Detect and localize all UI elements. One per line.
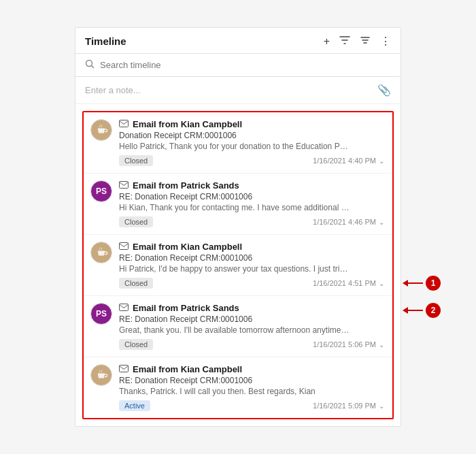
- item-footer: Closed 1/16/2021 4:51 PM ⌄: [119, 278, 384, 289]
- arrow-head-1: [403, 280, 408, 287]
- item-header: Email from Patrick Sands: [119, 180, 384, 191]
- item-subject: RE: Donation Receipt CRM:0001006: [119, 192, 384, 201]
- status-badge: Active: [119, 400, 150, 411]
- item-header: Email from Kian Campbell: [119, 242, 384, 252]
- annotation-circle-2: 2: [426, 303, 441, 318]
- item-subject: Donation Receipt CRM:0001006: [119, 131, 384, 140]
- item-preview: Hi Kian, Thank you for contacting me. I …: [119, 203, 350, 212]
- search-icon: [85, 59, 95, 71]
- timeline-connector: [89, 364, 114, 386]
- item-content: Email from Kian Campbell RE: Donation Re…: [114, 242, 384, 289]
- svg-rect-8: [120, 366, 129, 372]
- item-timestamp: 1/16/2021 4:40 PM ⌄: [313, 157, 384, 165]
- item-subject: RE: Donation Receipt CRM:0001006: [119, 376, 384, 385]
- panel-header: Timeline + ⋮: [75, 28, 401, 54]
- annotation-1: 1: [403, 276, 441, 291]
- expand-icon[interactable]: ⌄: [379, 341, 384, 348]
- email-icon: [119, 119, 129, 129]
- item-preview: Thanks, Patrick. I will call you then. B…: [119, 387, 350, 396]
- item-content: Email from Kian Campbell RE: Donation Re…: [114, 364, 384, 411]
- attachment-icon[interactable]: 📎: [377, 84, 391, 97]
- item-preview: Hello Patrick, Thank you for your donati…: [119, 142, 350, 151]
- item-timestamp: 1/16/2021 5:06 PM ⌄: [313, 340, 384, 348]
- item-title: Email from Kian Campbell: [133, 364, 242, 374]
- timeline-item: Email from Kian Campbell Donation Receip…: [84, 112, 392, 174]
- email-icon: [119, 242, 129, 252]
- status-badge: Closed: [119, 216, 153, 227]
- item-footer: Closed 1/16/2021 5:06 PM ⌄: [119, 339, 384, 350]
- timeline-panel: Timeline + ⋮: [75, 27, 401, 427]
- note-bar: Enter a note... 📎: [75, 77, 401, 104]
- item-footer: Closed 1/16/2021 4:40 PM ⌄: [119, 155, 384, 166]
- item-content: Email from Kian Campbell Donation Receip…: [114, 119, 384, 166]
- annotation-2: 2: [403, 303, 441, 318]
- svg-rect-2: [120, 120, 129, 127]
- search-bar: [75, 54, 401, 77]
- timeline-item: Email from Kian Campbell RE: Donation Re…: [84, 357, 392, 418]
- item-footer: Closed 1/16/2021 4:46 PM ⌄: [119, 216, 384, 227]
- more-options-icon[interactable]: ⋮: [380, 35, 391, 48]
- status-badge: Closed: [119, 339, 153, 350]
- email-icon: [119, 180, 129, 191]
- item-timestamp: 1/16/2021 5:09 PM ⌄: [313, 402, 384, 410]
- expand-icon[interactable]: ⌄: [379, 402, 384, 410]
- email-icon: [119, 303, 129, 313]
- email-icon: [119, 364, 129, 374]
- item-header: Email from Kian Campbell: [119, 119, 384, 129]
- item-content: Email from Patrick Sands RE: Donation Re…: [114, 180, 384, 227]
- item-timestamp: 1/16/2021 4:46 PM ⌄: [313, 218, 384, 226]
- item-title: Email from Kian Campbell: [133, 119, 242, 129]
- item-preview: Great, thank you. I'll be available tomo…: [119, 325, 350, 335]
- header-actions: + ⋮: [324, 35, 391, 48]
- expand-icon[interactable]: ⌄: [379, 157, 384, 165]
- item-footer: Active 1/16/2021 5:09 PM ⌄: [119, 400, 384, 411]
- avatar: PS: [90, 180, 112, 202]
- item-title: Email from Patrick Sands: [133, 303, 239, 313]
- item-subject: RE: Donation Receipt CRM:0001006: [119, 314, 384, 324]
- annotation-circle-1: 1: [426, 276, 441, 291]
- timeline-connector: [89, 242, 114, 263]
- note-placeholder: Enter a note...: [85, 85, 141, 95]
- arrow-line-2: [408, 310, 423, 311]
- sort-icon[interactable]: [360, 35, 371, 48]
- timeline-item: PS Email from Patrick Sands RE: Donation…: [84, 296, 392, 357]
- timeline-connector: PS: [89, 180, 114, 202]
- filter-icon[interactable]: [339, 35, 350, 48]
- expand-icon[interactable]: ⌄: [379, 280, 384, 287]
- arrow-line-1: [408, 282, 423, 284]
- add-icon[interactable]: +: [324, 35, 330, 48]
- item-title: Email from Kian Campbell: [133, 242, 242, 252]
- timeline-item: Email from Kian Campbell RE: Donation Re…: [84, 235, 392, 296]
- svg-rect-6: [120, 304, 129, 311]
- search-input[interactable]: [100, 60, 391, 70]
- item-preview: Hi Patrick, I'd be happy to answer your …: [119, 264, 350, 274]
- svg-rect-5: [120, 243, 129, 250]
- status-badge: Closed: [119, 278, 153, 289]
- timeline-list: Email from Kian Campbell Donation Receip…: [82, 111, 394, 419]
- avatar: [90, 364, 112, 386]
- item-subject: RE: Donation Receipt CRM:0001006: [119, 253, 384, 263]
- arrow-head-2: [403, 307, 408, 314]
- expand-icon[interactable]: ⌄: [379, 218, 384, 226]
- avatar: PS: [90, 303, 112, 325]
- svg-rect-3: [120, 182, 129, 189]
- avatar: [90, 242, 112, 263]
- timeline-connector: [89, 119, 114, 141]
- item-content: Email from Patrick Sands RE: Donation Re…: [114, 303, 384, 350]
- item-header: Email from Kian Campbell: [119, 364, 384, 374]
- timeline-connector: PS: [89, 303, 114, 325]
- panel-title: Timeline: [85, 35, 126, 47]
- status-badge: Closed: [119, 155, 153, 166]
- item-timestamp: 1/16/2021 4:51 PM ⌄: [313, 279, 384, 287]
- item-header: Email from Patrick Sands: [119, 303, 384, 313]
- item-title: Email from Patrick Sands: [133, 180, 239, 191]
- timeline-item: PS Email from Patrick Sands RE: Donation…: [84, 174, 392, 235]
- avatar: [90, 119, 112, 141]
